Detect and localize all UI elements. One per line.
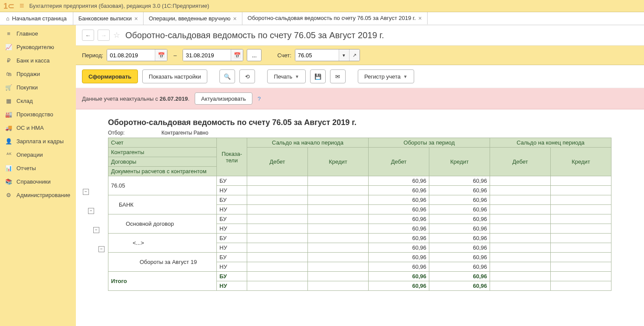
sidebar-item-admin[interactable]: ⚙Администрирование (0, 188, 76, 202)
nav-back-button[interactable]: ← (82, 30, 94, 41)
close-icon[interactable]: × (134, 15, 138, 22)
end-credit[interactable] (551, 262, 611, 272)
turn-credit[interactable]: 60,96 (429, 262, 490, 272)
indicator-cell[interactable]: НУ (217, 205, 247, 214)
start-credit[interactable] (308, 224, 369, 234)
row-label[interactable]: Основной договор (108, 214, 217, 234)
start-debit[interactable] (247, 272, 308, 281)
end-debit[interactable] (490, 176, 551, 186)
turn-debit[interactable]: 60,96 (369, 186, 429, 195)
col-start-credit[interactable]: Кредит (308, 148, 369, 176)
turn-debit[interactable]: 60,96 (369, 234, 429, 243)
indicator-cell[interactable]: БУ (217, 253, 247, 262)
turn-credit[interactable]: 60,96 (429, 214, 490, 224)
end-credit[interactable] (551, 281, 611, 291)
turn-credit[interactable]: 60,96 (429, 281, 490, 291)
indicator-cell[interactable]: НУ (217, 281, 247, 291)
indicator-cell[interactable]: БУ (217, 195, 247, 205)
date-to-input[interactable] (183, 49, 231, 61)
indicator-cell[interactable]: НУ (217, 186, 247, 195)
end-debit[interactable] (490, 186, 551, 195)
start-debit[interactable] (247, 224, 308, 234)
row-label[interactable]: БАНК (108, 195, 217, 214)
period-dialog-button[interactable]: ... (247, 49, 262, 61)
turn-debit[interactable]: 60,96 (369, 253, 429, 262)
col-docs[interactable]: Документы расчетов с контрагентом (108, 167, 217, 176)
start-credit[interactable] (308, 234, 369, 243)
start-debit[interactable] (247, 243, 308, 253)
sidebar-item-sales[interactable]: 🛍Продажи (0, 67, 76, 81)
account-field[interactable]: ▾ ↗ (295, 49, 360, 61)
indicator-cell[interactable]: НУ (217, 262, 247, 272)
end-credit[interactable] (551, 234, 611, 243)
end-debit[interactable] (490, 253, 551, 262)
start-debit[interactable] (247, 176, 308, 186)
end-debit[interactable] (490, 195, 551, 205)
end-debit[interactable] (490, 243, 551, 253)
home-tab[interactable]: ⌂ Начальная страница (0, 12, 73, 25)
sidebar-item-bank[interactable]: ₽Банк и касса (0, 54, 76, 67)
col-end-credit[interactable]: Кредит (551, 148, 611, 176)
col-counterparties[interactable]: Контрагенты (108, 148, 217, 157)
start-debit[interactable] (247, 253, 308, 262)
help-icon[interactable]: ? (258, 95, 261, 102)
start-credit[interactable] (308, 272, 369, 281)
find-button[interactable]: 🔍 (219, 69, 235, 83)
tree-toggle[interactable]: − (88, 208, 94, 214)
col-turnover[interactable]: Обороты за период (369, 138, 490, 148)
sidebar-item-operations[interactable]: ᴬᴷОперации (0, 148, 76, 161)
col-indicators[interactable]: Показа- тели (217, 138, 247, 176)
start-credit[interactable] (308, 176, 369, 186)
start-credit[interactable] (308, 243, 369, 253)
turn-credit[interactable]: 60,96 (429, 272, 490, 281)
start-debit[interactable] (247, 214, 308, 224)
start-debit[interactable] (247, 262, 308, 272)
end-credit[interactable] (551, 205, 611, 214)
end-credit[interactable] (551, 195, 611, 205)
calendar-icon[interactable]: 📅 (231, 49, 243, 61)
end-credit[interactable] (551, 243, 611, 253)
close-icon[interactable]: × (418, 15, 422, 22)
end-debit[interactable] (490, 234, 551, 243)
sidebar-item-warehouse[interactable]: ▦Склад (0, 94, 76, 108)
start-credit[interactable] (308, 281, 369, 291)
show-settings-button[interactable]: Показать настройки (142, 69, 207, 83)
indicator-cell[interactable]: БУ (217, 272, 247, 281)
end-debit[interactable] (490, 214, 551, 224)
indicator-cell[interactable]: НУ (217, 224, 247, 234)
start-credit[interactable] (308, 195, 369, 205)
col-start-balance[interactable]: Сальдо на начало периода (247, 138, 369, 148)
nav-forward-button[interactable]: → (98, 30, 110, 41)
hamburger-icon[interactable]: ≡ (20, 1, 24, 10)
turn-credit[interactable]: 60,96 (429, 243, 490, 253)
indicator-cell[interactable]: НУ (217, 243, 247, 253)
register-button[interactable]: Регистр учета▼ (358, 69, 414, 83)
turn-debit[interactable]: 60,96 (369, 281, 429, 291)
col-turn-credit[interactable]: Кредит (429, 148, 490, 176)
end-credit[interactable] (551, 214, 611, 224)
close-icon[interactable]: × (233, 15, 237, 22)
tab-manual-ops[interactable]: Операции, введенные вручную × (144, 12, 242, 25)
tree-toggle[interactable]: − (98, 246, 105, 252)
row-label[interactable]: 76.05 (108, 176, 217, 195)
end-debit[interactable] (490, 262, 551, 272)
end-credit[interactable] (551, 224, 611, 234)
tree-toggle[interactable]: − (83, 189, 89, 195)
date-to-field[interactable]: 📅 (183, 49, 243, 61)
turn-credit[interactable]: 60,96 (429, 176, 490, 186)
turn-debit[interactable]: 60,96 (369, 195, 429, 205)
start-debit[interactable] (247, 186, 308, 195)
account-input[interactable] (295, 49, 339, 61)
start-credit[interactable] (308, 253, 369, 262)
tree-toggle[interactable]: − (93, 227, 99, 233)
sidebar-item-payroll[interactable]: 👤Зарплата и кадры (0, 135, 76, 148)
end-credit[interactable] (551, 272, 611, 281)
turn-credit[interactable]: 60,96 (429, 234, 490, 243)
turn-credit[interactable]: 60,96 (429, 195, 490, 205)
date-from-input[interactable] (107, 49, 155, 61)
col-contracts[interactable]: Договоры (108, 157, 217, 167)
turn-debit[interactable]: 60,96 (369, 205, 429, 214)
start-debit[interactable] (247, 205, 308, 214)
col-start-debit[interactable]: Дебет (247, 148, 308, 176)
turn-debit[interactable]: 60,96 (369, 214, 429, 224)
